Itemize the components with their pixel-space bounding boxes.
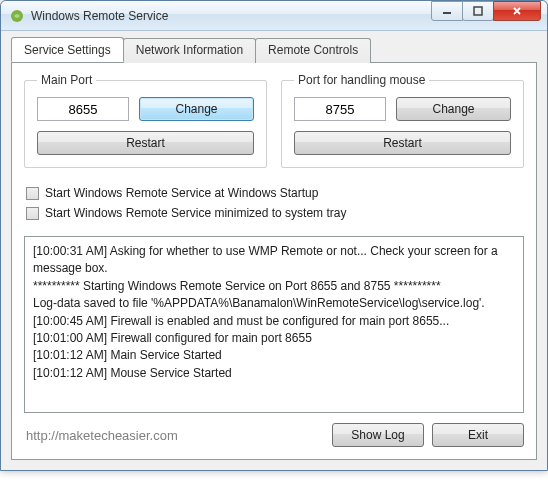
startup-checkbox-label: Start Windows Remote Service at Windows …	[45, 186, 318, 200]
tab-bar: Service Settings Network Information Rem…	[11, 37, 537, 62]
tab-panel: Main Port Change Restart Port for handli…	[11, 62, 537, 460]
port-row: Main Port Change Restart Port for handli…	[24, 73, 524, 168]
log-line: [10:00:31 AM] Asking for whether to use …	[33, 243, 515, 278]
client-area: Service Settings Network Information Rem…	[1, 31, 547, 470]
close-button[interactable]	[493, 1, 541, 21]
main-port-legend: Main Port	[37, 73, 96, 87]
mouse-port-restart-button[interactable]: Restart	[294, 131, 511, 155]
log-line: [10:01:12 AM] Mouse Service Started	[33, 365, 515, 382]
show-log-button[interactable]: Show Log	[332, 423, 424, 447]
footer: http://maketecheasier.com Show Log Exit	[24, 423, 524, 447]
mouse-port-group: Port for handling mouse Change Restart	[281, 73, 524, 168]
startup-checkbox-row: Start Windows Remote Service at Windows …	[26, 186, 522, 200]
log-line: [10:01:00 AM] Firewall configured for ma…	[33, 330, 515, 347]
exit-button[interactable]: Exit	[432, 423, 524, 447]
mouse-port-legend: Port for handling mouse	[294, 73, 429, 87]
startup-checkbox[interactable]	[26, 187, 39, 200]
checkbox-group: Start Windows Remote Service at Windows …	[26, 180, 522, 226]
main-port-change-button[interactable]: Change	[139, 97, 254, 121]
log-line: [10:00:45 AM] Firewall is enabled and mu…	[33, 313, 515, 330]
svg-rect-2	[474, 7, 482, 15]
mouse-port-change-button[interactable]: Change	[396, 97, 511, 121]
minimize-checkbox[interactable]	[26, 207, 39, 220]
titlebar[interactable]: Windows Remote Service	[1, 1, 547, 31]
log-line: ********** Starting Windows Remote Servi…	[33, 278, 515, 295]
tab-network-information[interactable]: Network Information	[123, 38, 256, 63]
minimize-checkbox-row: Start Windows Remote Service minimized t…	[26, 206, 522, 220]
app-icon	[9, 8, 25, 24]
watermark-text: http://maketecheasier.com	[24, 428, 324, 443]
svg-rect-1	[443, 12, 451, 14]
window-title: Windows Remote Service	[31, 9, 432, 23]
maximize-button[interactable]	[462, 1, 494, 21]
main-port-group: Main Port Change Restart	[24, 73, 267, 168]
log-line: [10:01:12 AM] Main Service Started	[33, 347, 515, 364]
main-port-restart-button[interactable]: Restart	[37, 131, 254, 155]
tab-service-settings[interactable]: Service Settings	[11, 37, 124, 62]
minimize-button[interactable]	[431, 1, 463, 21]
main-port-input[interactable]	[37, 97, 129, 121]
minimize-checkbox-label: Start Windows Remote Service minimized t…	[45, 206, 346, 220]
log-box[interactable]: [10:00:31 AM] Asking for whether to use …	[24, 236, 524, 413]
window-controls	[432, 6, 541, 26]
mouse-port-input[interactable]	[294, 97, 386, 121]
tab-remote-controls[interactable]: Remote Controls	[255, 38, 371, 63]
app-window: Windows Remote Service Service Settings …	[0, 0, 548, 471]
log-line: Log-data saved to file '%APPDATA%\Banama…	[33, 295, 515, 312]
